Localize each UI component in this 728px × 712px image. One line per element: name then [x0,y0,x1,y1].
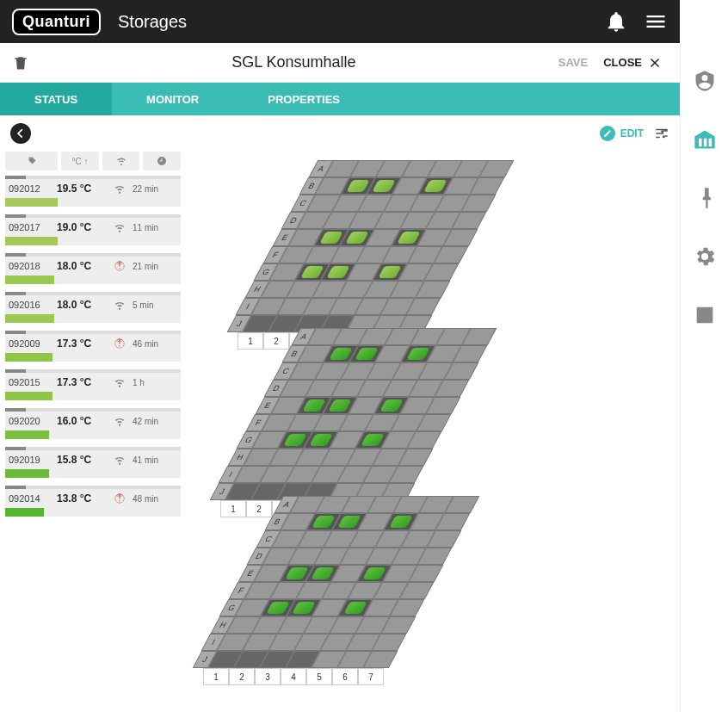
settings-tune-icon[interactable] [654,126,669,141]
sensor-temp: 18.0 °C [57,260,107,272]
sensor-item[interactable]: 09201219.5 °C22 min [5,176,181,207]
sensor-item[interactable]: 09200917.3 °C46 min [5,331,181,362]
sensor-item[interactable]: 09202016.0 °C42 min [5,408,181,439]
sensor-item[interactable]: 09201818.0 °C21 min [5,253,181,284]
sensor-time: 1 h [133,378,181,387]
sensor-temp: 17.3 °C [57,376,107,388]
sensor-id: 092017 [5,222,57,232]
grid-col-label: 7 [358,668,384,685]
signal-alert-icon [107,337,133,350]
grid-col-label: 6 [332,668,358,685]
close-icon [647,55,663,71]
sensor-temp: 17.3 °C [57,337,107,350]
close-label: CLOSE [603,56,642,69]
grid-col-label: 2 [246,500,272,517]
nav-storage-icon[interactable] [693,127,717,152]
sensor-item[interactable]: 09201413.8 °C48 min [5,486,181,517]
nav-pin-icon[interactable] [693,186,717,210]
sensor-item[interactable]: 09201915.8 °C41 min [5,447,181,478]
delete-icon[interactable] [12,54,29,71]
right-nav [680,43,728,712]
signal-alert-icon [107,260,133,272]
filter-time[interactable] [143,152,181,170]
signal-alert-icon [107,492,133,505]
nav-account-icon[interactable] [693,69,717,93]
save-button[interactable]: SAVE [558,56,588,69]
sensor-temp: 13.8 °C [57,492,107,505]
sensor-temp: 18.0 °C [57,299,107,311]
sensor-id: 092019 [5,455,57,465]
sensor-temp: 15.8 °C [57,454,107,466]
tab-status[interactable]: STATUS [0,83,112,115]
grid-col-label: 3 [255,668,281,685]
grid-col-label: 1 [238,332,263,350]
back-button[interactable] [10,123,31,144]
grid-col-label: 2 [263,332,289,350]
sensor-list: °C ↑ 09201219.5 °C22 min09201719.0 °C11 … [0,152,186,712]
wifi-icon [107,376,133,388]
edit-button[interactable]: EDIT [600,126,644,141]
sensor-time: 48 min [133,494,181,504]
wifi-icon [107,183,133,195]
tabs: STATUSMONITORPROPERTIES [0,83,680,115]
nav-user-icon[interactable] [693,303,717,327]
tab-monitor[interactable]: MONITOR [112,83,233,115]
sensor-time: 21 min [133,262,181,271]
sensor-temp: 16.0 °C [57,415,107,427]
sensor-id: 092020 [5,416,57,426]
notifications-icon[interactable] [604,9,628,34]
wifi-icon [107,415,133,427]
brand-logo: Quanturi [12,9,101,35]
pencil-icon [600,126,615,141]
tab-properties[interactable]: PROPERTIES [233,83,374,115]
sensor-time: 22 min [133,184,181,194]
sensor-time: 41 min [133,455,181,465]
sensor-item[interactable]: 09201517.3 °C1 h [5,369,181,400]
grid-col-label: 5 [306,668,332,685]
filter-tag[interactable] [5,152,58,170]
sensor-temp: 19.5 °C [57,183,107,195]
wifi-icon [107,221,133,233]
sensor-id: 092015 [5,377,57,387]
wifi-icon [107,299,133,311]
grid-col-label: 4 [281,668,306,685]
nav-settings-icon[interactable] [693,245,717,269]
wifi-icon [107,454,133,466]
sensor-time: 46 min [133,339,181,349]
filter-signal[interactable] [102,152,140,170]
storage-grid-view[interactable]: ABCDEFGHIJ1234567ABCDEFGHIJ1234567ABCDEF… [186,152,680,712]
sensor-item[interactable]: 09201719.0 °C11 min [5,214,181,245]
sensor-time: 11 min [133,223,181,232]
sensor-time: 42 min [133,417,181,426]
sensor-id: 092014 [5,493,57,504]
close-button[interactable]: CLOSE [603,55,663,71]
grid-col-label: 2 [229,668,255,685]
sensor-id: 092016 [5,300,57,310]
top-title: Storages [118,12,187,32]
sensor-id: 092009 [5,338,57,349]
sensor-temp: 19.0 °C [57,221,107,233]
sensor-item[interactable]: 09201618.0 °C5 min [5,292,181,323]
page-title: SGL Konsumhalle [29,53,558,71]
filter-temp[interactable]: °C ↑ [61,152,99,170]
menu-icon[interactable] [644,9,668,34]
grid-col-label: 1 [203,668,229,685]
grid-col-label: 1 [220,500,246,517]
edit-label: EDIT [620,127,644,139]
sensor-id: 092018 [5,261,57,271]
sensor-time: 5 min [133,300,181,310]
sensor-id: 092012 [5,183,57,194]
